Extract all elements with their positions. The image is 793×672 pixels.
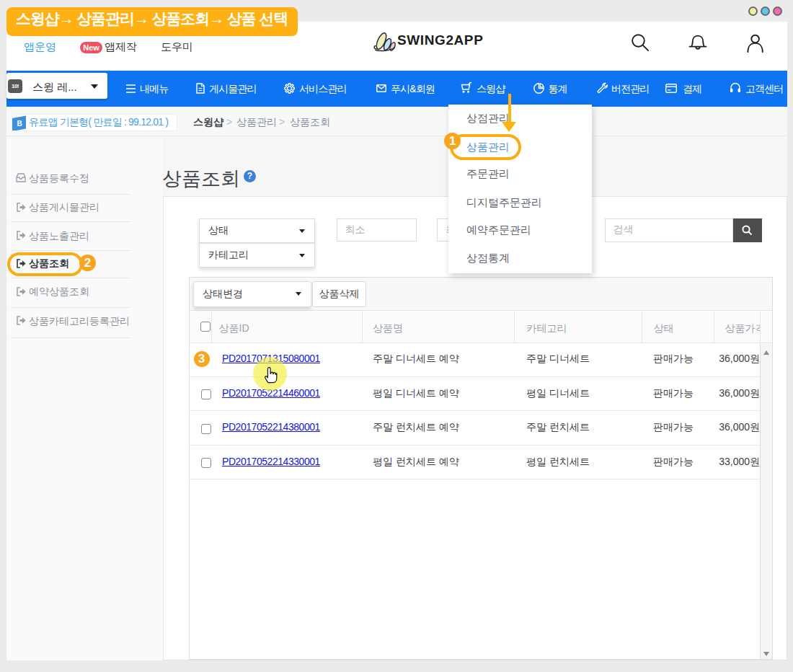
- svg-text:B: B: [17, 119, 22, 127]
